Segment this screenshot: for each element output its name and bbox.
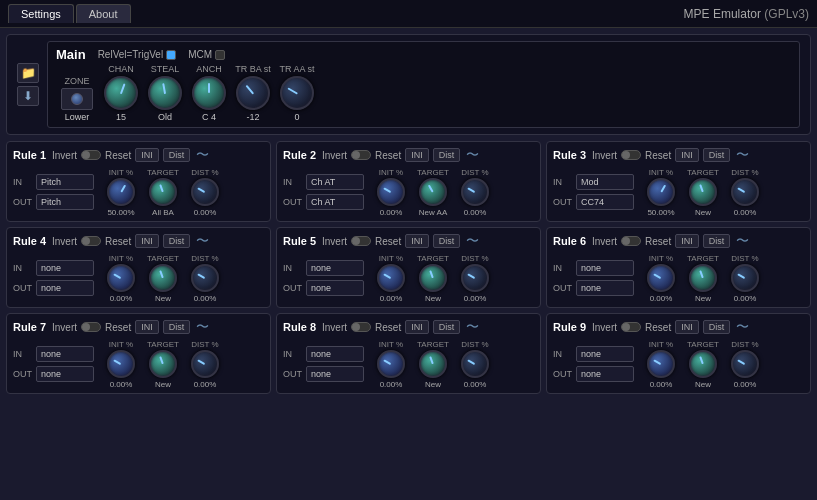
rule-3-dist-knob[interactable] (731, 178, 759, 206)
rule-4-in-select[interactable]: none (36, 260, 94, 276)
rule-7-dist-btn[interactable]: Dist (163, 320, 191, 334)
rule-6-dist-pct-label: DIST % (731, 254, 758, 263)
rule-4-out-label: OUT (13, 283, 33, 293)
rule-4-target-val: New (155, 294, 171, 303)
rule-1-init-col: INIT % 50.00% (102, 168, 140, 217)
rule-8-target-knob[interactable] (419, 350, 447, 378)
rule-2-invert-toggle[interactable] (351, 150, 371, 160)
rule-1-in-select[interactable]: Pitch (36, 174, 94, 190)
rule-6-in-select[interactable]: none (576, 260, 634, 276)
rule-2-in-select[interactable]: Ch AT (306, 174, 364, 190)
tab-settings[interactable]: Settings (8, 4, 74, 23)
rule-9-knob-labels: INIT % 0.00% TARGET New DIST % 0.00% (642, 340, 804, 389)
rule-6-target-knob[interactable] (689, 264, 717, 292)
rule-5-in-select[interactable]: none (306, 260, 364, 276)
rule-3-invert-toggle[interactable] (621, 150, 641, 160)
rule-4-init-knob[interactable] (107, 264, 135, 292)
rule-8-init-knob[interactable] (377, 350, 405, 378)
rule-8-out-select[interactable]: none (306, 366, 364, 382)
rule-8-in-select[interactable]: none (306, 346, 364, 362)
rule-2-dist-btn[interactable]: Dist (433, 148, 461, 162)
rule-4-out-select[interactable]: none (36, 280, 94, 296)
rule-8-reset-label: Reset (375, 322, 401, 333)
rule-6-dist-knob[interactable] (731, 264, 759, 292)
rule-1-target-knob[interactable] (149, 178, 177, 206)
rule-9-invert-toggle[interactable] (621, 322, 641, 332)
rule-7-in-select[interactable]: none (36, 346, 94, 362)
rule-3-init-knob[interactable] (647, 178, 675, 206)
rule-4-target-knob[interactable] (149, 264, 177, 292)
traa-value: 0 (294, 112, 299, 122)
tab-about[interactable]: About (76, 4, 131, 23)
rule-5-invert-toggle[interactable] (351, 236, 371, 246)
rule-8-dist-btn[interactable]: Dist (433, 320, 461, 334)
rule-3-in-select[interactable]: Mod (576, 174, 634, 190)
trba-knob[interactable] (236, 76, 270, 110)
rule-5-dist-knob[interactable] (461, 264, 489, 292)
rule-1-init-knob[interactable] (107, 178, 135, 206)
zone-selector[interactable] (61, 88, 93, 110)
rule-1-ini-btn[interactable]: INI (135, 148, 159, 162)
rule-8-ini-btn[interactable]: INI (405, 320, 429, 334)
rule-3-dist-btn[interactable]: Dist (703, 148, 731, 162)
rule-6-dist-btn[interactable]: Dist (703, 234, 731, 248)
anch-knob[interactable] (192, 76, 226, 110)
rule-9-in-select[interactable]: none (576, 346, 634, 362)
rule-1-dist-btn[interactable]: Dist (163, 148, 191, 162)
rule-5-dist-btn[interactable]: Dist (433, 234, 461, 248)
rule-5-out-row: OUT none (283, 280, 368, 296)
rule-7-invert-toggle[interactable] (81, 322, 101, 332)
rule-4-dist-btn[interactable]: Dist (163, 234, 191, 248)
rule-2-ini-btn[interactable]: INI (405, 148, 429, 162)
rule-9-dist-knob[interactable] (731, 350, 759, 378)
rule-7-dist-knob[interactable] (191, 350, 219, 378)
rule-3-ini-btn[interactable]: INI (675, 148, 699, 162)
rule-3-target-knob[interactable] (689, 178, 717, 206)
rule-6-invert-toggle[interactable] (621, 236, 641, 246)
rule-7-init-knob[interactable] (107, 350, 135, 378)
rule-2-out-label: OUT (283, 197, 303, 207)
rule-2-target-knob[interactable] (419, 178, 447, 206)
rule-2-init-knob[interactable] (377, 178, 405, 206)
rule-4-invert-toggle[interactable] (81, 236, 101, 246)
rule-5-out-select[interactable]: none (306, 280, 364, 296)
traa-knob[interactable] (280, 76, 314, 110)
rule-5-init-knob[interactable] (377, 264, 405, 292)
rule-7-out-select[interactable]: none (36, 366, 94, 382)
rule-2-dist-knob[interactable] (461, 178, 489, 206)
rule-9-dist-btn[interactable]: Dist (703, 320, 731, 334)
rule-7-target-col: TARGET New (144, 340, 182, 389)
rule-9-out-select[interactable]: none (576, 366, 634, 382)
rule-1-out-select[interactable]: Pitch (36, 194, 94, 210)
rule-9-init-knob[interactable] (647, 350, 675, 378)
rule-9-ini-btn[interactable]: INI (675, 320, 699, 334)
rule-4-dist-knob[interactable] (191, 264, 219, 292)
rule-9-target-knob[interactable] (689, 350, 717, 378)
open-icon[interactable]: 📁 (17, 63, 39, 83)
rule-5-ini-btn[interactable]: INI (405, 234, 429, 248)
rule-5-target-knob[interactable] (419, 264, 447, 292)
rule-6-ini-btn[interactable]: INI (675, 234, 699, 248)
rule-7-target-knob[interactable] (149, 350, 177, 378)
rule-1-invert-toggle[interactable] (81, 150, 101, 160)
rule-6-out-select[interactable]: none (576, 280, 634, 296)
rel-vel-checkbox[interactable] (166, 50, 176, 60)
rule-4-dist-pct-label: DIST % (191, 254, 218, 263)
rule-4-header: Rule 4 Invert Reset INI Dist 〜 (13, 232, 264, 250)
rule-1-dist-knob[interactable] (191, 178, 219, 206)
rule-8-dist-pct-label: DIST % (461, 340, 488, 349)
rule-8-dist-knob[interactable] (461, 350, 489, 378)
mcm-checkbox[interactable] (215, 50, 225, 60)
steal-knob[interactable] (148, 76, 182, 110)
rule-6-reset-label: Reset (645, 236, 671, 247)
rule-6-init-knob[interactable] (647, 264, 675, 292)
rule-1-dist-col: DIST % 0.00% (186, 168, 224, 217)
rule-7-ini-btn[interactable]: INI (135, 320, 159, 334)
rule-2-out-select[interactable]: Ch AT (306, 194, 364, 210)
rule-3-out-select[interactable]: CC74 (576, 194, 634, 210)
rule-4-target-col: TARGET New (144, 254, 182, 303)
save-icon[interactable]: ⬇ (17, 86, 39, 106)
rule-4-ini-btn[interactable]: INI (135, 234, 159, 248)
rule-8-invert-toggle[interactable] (351, 322, 371, 332)
chan-knob[interactable] (104, 76, 138, 110)
